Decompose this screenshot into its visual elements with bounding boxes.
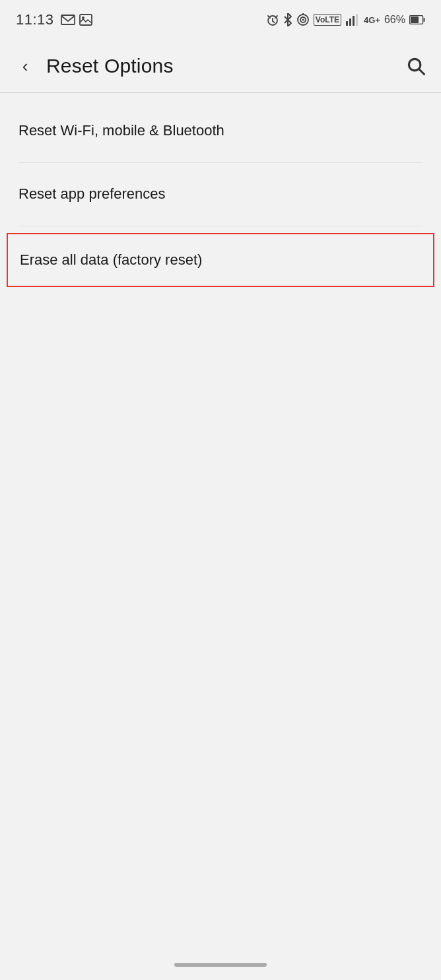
svg-rect-14 [411,16,419,23]
status-bar-right: VoLTE 4G+ 66% [266,13,425,26]
svg-rect-13 [424,18,425,22]
image-icon [79,14,92,26]
svg-rect-10 [353,16,355,26]
menu-item-factory-reset-label: Erase all data (factory reset) [20,251,202,268]
status-icons-notification [61,14,92,26]
battery-icon [409,15,425,24]
status-time: 11:13 [16,11,54,28]
svg-rect-0 [61,15,75,24]
svg-rect-8 [346,21,348,26]
back-button[interactable]: ‹ [11,51,40,81]
svg-rect-9 [349,18,351,26]
alarm-icon [266,13,279,26]
status-bar: 11:13 [0,0,441,40]
page-title: Reset Options [46,55,174,77]
network-icon: 4G+ [364,15,380,25]
signal-icon [345,14,360,26]
back-icon: ‹ [22,57,28,75]
search-icon [406,56,426,76]
svg-rect-11 [356,14,358,26]
mail-icon [61,15,75,25]
battery-percent: 66% [384,14,405,26]
menu-list: Reset Wi-Fi, mobile & Bluetooth Reset ap… [0,93,441,287]
search-button[interactable] [401,51,430,81]
menu-item-reset-app-label: Reset app preferences [18,185,166,202]
home-indicator [174,963,267,967]
toolbar-left: ‹ Reset Options [11,51,174,81]
volte-icon: VoLTE [314,14,341,26]
svg-rect-1 [80,15,92,25]
svg-line-16 [419,69,424,75]
bluetooth-icon [283,13,292,26]
menu-item-reset-wifi-label: Reset Wi-Fi, mobile & Bluetooth [18,122,224,139]
location-icon [296,13,310,26]
toolbar: ‹ Reset Options [0,40,441,92]
menu-item-reset-wifi[interactable]: Reset Wi-Fi, mobile & Bluetooth [0,100,441,162]
menu-item-factory-reset[interactable]: Erase all data (factory reset) [7,233,434,288]
svg-point-6 [302,19,304,21]
menu-item-reset-app[interactable]: Reset app preferences [0,163,441,226]
status-bar-left: 11:13 [16,11,92,28]
item-divider-2 [18,226,423,226]
